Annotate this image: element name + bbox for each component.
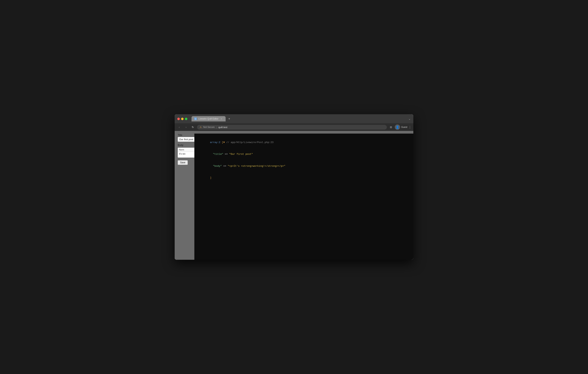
debug-line-3: "body" => "<p>It's <strong>working!</str… <box>198 160 410 172</box>
debug-line-4: ] <box>198 172 410 184</box>
chevron-down-icon[interactable]: ⌄ <box>409 117 411 120</box>
quill-editor[interactable]: Norm It's wo <box>178 148 195 158</box>
debug-arrow-1: => <box>223 153 229 156</box>
forward-button[interactable]: › <box>183 125 189 130</box>
quill-body[interactable]: It's wo <box>178 152 195 158</box>
profile-icon[interactable]: 👤 <box>395 125 400 130</box>
back-button[interactable]: ‹ <box>177 125 182 130</box>
not-secure-label: Not Secure <box>203 126 215 128</box>
active-tab[interactable]: Q Livewire Quill Editor × <box>191 116 226 121</box>
grid-icon[interactable]: ⊞ <box>388 125 394 130</box>
debug-comment: // app/Http/Livewire/Post.php:23 <box>225 141 273 144</box>
warning-icon: ⚠ <box>200 126 202 128</box>
tab-close-icon[interactable]: × <box>220 117 223 120</box>
debug-bracket-open: [▼ <box>222 141 225 144</box>
guest-label: Guest <box>401 126 407 128</box>
debug-array-keyword: array:2 <box>210 141 222 144</box>
address-bar[interactable]: ⚠ Not Secure | quill.test <box>197 125 387 129</box>
debug-title-value: "Our first post" <box>229 153 253 156</box>
traffic-lights <box>177 118 187 120</box>
debug-title-key: "title" <box>210 153 223 156</box>
page-content: Title Body Norm It's wo Save array:2 [▼ … <box>175 131 413 260</box>
nav-bar: ‹ › ↻ ⚠ Not Secure | quill.test ⊞ 👤 Gues… <box>175 123 413 131</box>
tab-favicon: Q <box>194 118 197 120</box>
new-tab-button[interactable]: + <box>227 116 232 121</box>
nav-right: ⊞ 👤 Guest ⋮ <box>388 125 411 130</box>
quill-toolbar[interactable]: Norm <box>178 148 195 152</box>
title-bar: Q Livewire Quill Editor × + ⌄ <box>175 114 413 123</box>
toolbar-format-label: Norm <box>179 149 184 151</box>
debug-arrow-2: => <box>222 165 228 168</box>
debug-body-value: "<p>It's <strong>working!</strong></p>" <box>228 165 285 168</box>
debug-body-key: "body" <box>210 165 222 168</box>
maximize-button[interactable] <box>185 118 187 120</box>
tab-title: Livewire Quill Editor <box>198 118 218 120</box>
title-bar-right: ⌄ <box>409 117 411 120</box>
debug-line-1: array:2 [▼ // app/Http/Livewire/Post.php… <box>198 137 410 148</box>
url-text: quill.test <box>218 126 227 129</box>
save-button[interactable]: Save <box>178 160 188 165</box>
tabs-area: Q Livewire Quill Editor × + <box>191 116 406 121</box>
separator: | <box>216 126 217 129</box>
browser-window: Q Livewire Quill Editor × + ⌄ ‹ › ↻ ⚠ No… <box>175 114 413 260</box>
quill-body-preview: It's wo <box>179 152 185 155</box>
debug-panel: array:2 [▼ // app/Http/Livewire/Post.php… <box>194 134 413 260</box>
minimize-button[interactable] <box>181 118 184 120</box>
debug-line-2: "title" => "Our first post" <box>198 148 410 160</box>
debug-bracket-close: ] <box>210 176 211 179</box>
menu-icon[interactable]: ⋮ <box>409 125 411 129</box>
refresh-button[interactable]: ↻ <box>190 125 196 130</box>
close-button[interactable] <box>177 118 180 120</box>
